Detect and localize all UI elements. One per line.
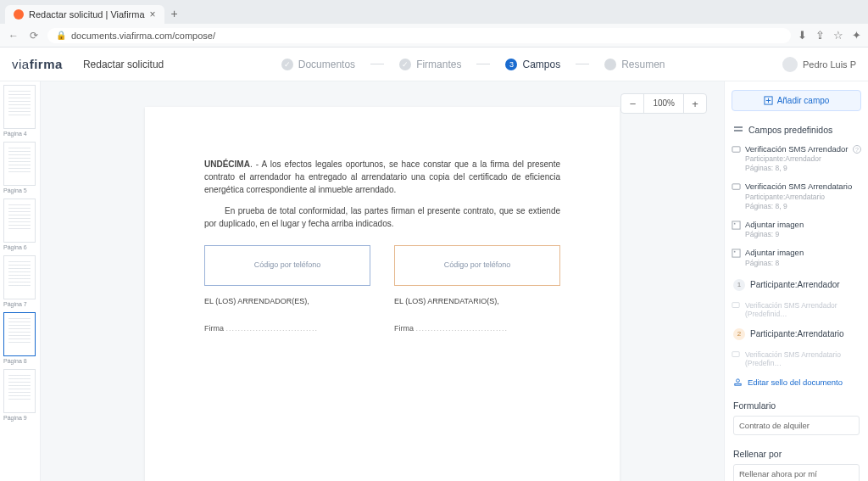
participant-badge: 1 [733,279,745,291]
tab-favicon [14,9,24,20]
browser-actions: ⬇ ⇪ ☆ ✦ [798,29,861,42]
fill-by-header: Rellenar por [733,449,860,459]
list-icon [733,125,743,135]
user-menu[interactable]: Pedro Luis P [782,57,856,72]
zoom-out-button[interactable]: − [621,94,643,113]
signer-label-1: EL (LOS) ARRENDADOR(ES), [204,296,370,308]
svg-rect-9 [732,302,739,307]
step-documentos[interactable]: ✓Documentos [281,59,355,70]
new-tab-button[interactable]: + [164,3,185,24]
sms-icon [732,301,740,310]
step-firmantes[interactable]: ✓Firmantes [399,59,461,70]
lock-icon: 🔒 [56,31,66,40]
field-image-2[interactable]: Adjuntar imagen Páginas: 8 [725,243,868,271]
sms-icon [732,145,741,154]
svg-rect-4 [732,184,740,189]
app-header: viafirma Redactar solicitud ✓Documentos … [0,48,868,81]
zoom-in-button[interactable]: + [684,94,706,113]
tab-title: Redactar solicitud | Viafirma [29,9,145,20]
thumb-page-5[interactable]: Página 5 [3,142,36,193]
thumb-page-4[interactable]: Página 4 [3,85,36,137]
svg-rect-12 [735,383,741,385]
svg-point-8 [734,251,736,253]
stamp-icon [733,378,743,387]
signature-row: Código por teléfono EL (LOS) ARRENDADOR(… [204,245,560,334]
browser-tab[interactable]: Redactar solicitud | Viafirma × [5,5,164,24]
edit-seal-button[interactable]: Editar sello del documento [725,371,868,394]
user-name: Pedro Luis P [803,59,856,70]
help-icon[interactable]: ? [853,145,861,154]
star-icon[interactable]: ☆ [833,29,843,42]
sms-icon [732,182,741,192]
paragraph-2: En prueba de total conformidad, las part… [204,204,560,230]
svg-rect-3 [732,147,740,152]
thumb-page-8[interactable]: Página 8 [3,312,36,364]
zoom-level: 100% [643,94,684,113]
signature-field-arrendatario[interactable]: Código por teléfono [394,245,560,286]
close-icon[interactable]: × [150,8,156,20]
extensions-icon[interactable]: ✦ [852,29,861,42]
field-sms-arrendador[interactable]: Verificación SMS Arrendador Participante… [725,140,868,177]
signature-line-1: Firma ............................... [204,323,370,335]
signer-label-2: EL (LOS) ARRENDATARIO(S), [394,296,560,308]
participant-arrendatario[interactable]: 2 Participante:Arrendatario [725,322,868,347]
form-name-input[interactable] [733,416,860,435]
svg-rect-5 [732,221,740,229]
share-icon[interactable]: ⇪ [815,29,825,42]
signature-line-2: Firma ............................... [394,323,560,335]
svg-rect-10 [732,351,739,356]
image-icon [732,221,741,230]
address-bar[interactable]: 🔒 documents.viafirma.com/compose/ [47,28,791,43]
document-page: UNDÉCIMA. - A los efectos legales oportu… [145,107,620,481]
browser-url-bar: ← ⟳ 🔒 documents.viafirma.com/compose/ ⬇ … [0,24,868,48]
svg-point-6 [734,223,736,225]
wizard-steps: ✓Documentos ✓Firmantes 3Campos Resumen [164,59,782,70]
field-image-1[interactable]: Adjuntar imagen Páginas: 9 [725,215,868,243]
plus-box-icon [764,96,773,105]
clause-text: UNDÉCIMA. - A los efectos legales oportu… [204,158,560,196]
document-canvas[interactable]: − 100% + UNDÉCIMA. - A los efectos legal… [41,81,724,481]
browser-tab-strip: Redactar solicitud | Viafirma × + [0,0,868,24]
thumb-page-9[interactable]: Página 9 [3,369,36,421]
reload-button[interactable]: ⟳ [27,30,41,42]
page-title: Redactar solicitud [83,59,164,70]
add-field-button[interactable]: Añadir campo [732,90,861,111]
svg-point-11 [737,378,740,382]
thumb-page-6[interactable]: Página 6 [3,199,36,250]
url-text: documents.viafirma.com/compose/ [71,31,215,41]
page-thumbnails[interactable]: Página 4 Página 5 Página 6 Página 7 Pági… [0,81,41,481]
field-sms-arrendatario[interactable]: Verificación SMS Arrendatario Participan… [725,177,868,215]
workspace: Página 4 Página 5 Página 6 Página 7 Pági… [0,81,868,481]
predefined-fields-header: Campos predefinidos [725,120,868,140]
logo: viafirma [12,57,63,71]
svg-rect-1 [734,126,743,128]
step-campos[interactable]: 3Campos [505,59,560,70]
svg-rect-2 [734,130,743,131]
participant-arrendador[interactable]: 1 Participante:Arrendador [725,272,868,298]
svg-rect-7 [732,249,740,257]
fields-panel: Añadir campo Campos predefinidos Verific… [724,81,868,481]
step-resumen[interactable]: Resumen [604,59,665,70]
participant-2-subitem[interactable]: Verificación SMS Arrendatario (Predefin… [725,347,868,371]
download-icon[interactable]: ⬇ [798,29,807,42]
form-section-header: Formulario [733,400,860,411]
back-button[interactable]: ← [7,30,20,42]
image-icon [732,249,741,258]
zoom-control: − 100% + [620,93,707,114]
sms-icon [732,350,740,359]
signature-field-arrendador[interactable]: Código por teléfono [204,245,370,286]
participant-badge: 2 [733,328,745,340]
participant-1-subitem[interactable]: Verificación SMS Arrendador (Predefinid… [725,298,868,322]
thumb-page-7[interactable]: Página 7 [3,255,36,307]
fill-by-select[interactable] [733,464,860,481]
avatar [782,57,798,72]
